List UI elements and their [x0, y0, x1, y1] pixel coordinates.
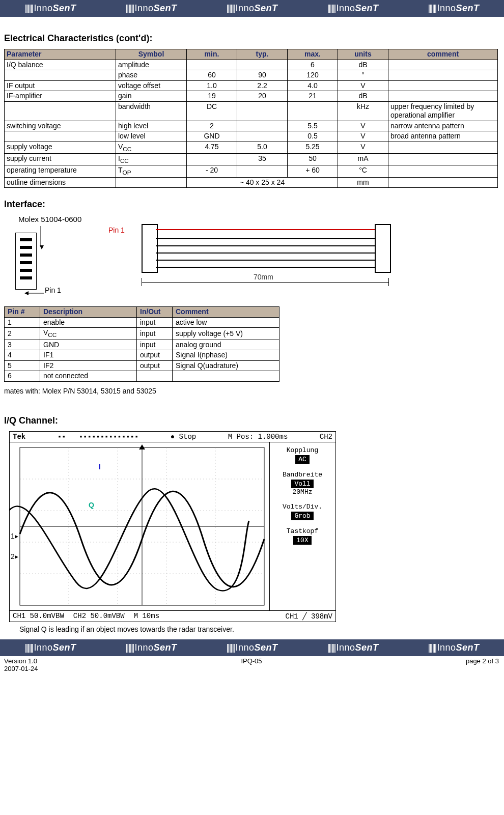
scope-bot-m: M 10ms: [134, 612, 159, 621]
header-banner: ||||||InnoSenT ||||||InnoSenT ||||||Inno…: [0, 0, 504, 17]
table-row: IF-amplifiergain192021dB: [5, 91, 498, 102]
table-row: 5IF2outputSignal Q(uadrature): [5, 360, 279, 371]
trace-label-i: I: [99, 463, 101, 471]
svg-marker-3: [24, 291, 29, 295]
spec-header: units: [338, 49, 388, 60]
table-row: outline dimensions~ 40 x 25 x 24mm: [5, 177, 498, 188]
table-row: 6not connected: [5, 371, 279, 382]
table-row: 3GNDinputanalog ground: [5, 340, 279, 350]
mates-note: mates with: Molex P/N 53014, 53015 and 5…: [4, 387, 499, 395]
scope-caption: Signal Q is leading if an object moves t…: [19, 625, 499, 633]
spec-header: comment: [388, 49, 498, 60]
side-voltsdiv-val: Grob: [291, 512, 313, 520]
scope-run-bar: ▪▪ ▪▪▪▪▪▪▪▪▪▪▪▪▪▪: [58, 433, 139, 441]
scope-bot-ch2: CH2 50.0mVBW: [73, 612, 125, 621]
table-row: operating temperatureTOP- 20+ 60°C: [5, 165, 498, 177]
cable-end-right: [375, 224, 391, 273]
ch1-marker: 1▸: [11, 532, 18, 540]
logo: ||||||InnoSenT: [327, 3, 378, 14]
side-bandbreite: Bandbreite: [270, 471, 335, 479]
footer-banner: ||||||InnoSenT ||||||InnoSenT ||||||Inno…: [0, 639, 504, 656]
cable-length: 70mm: [254, 273, 273, 281]
side-tastkopf-val: 10X: [293, 536, 311, 545]
arrow-icon: [40, 225, 50, 250]
svg-marker-15: [139, 444, 145, 449]
logo: ||||||InnoSenT: [327, 642, 378, 653]
arrow-icon: [24, 290, 45, 296]
table-row: bandwidthDCkHzupper frequency limited by…: [5, 101, 498, 121]
logo: ||||||InnoSenT: [428, 3, 479, 14]
table-row: low levelGND0.5Vbroad antenna pattern: [5, 131, 498, 142]
scope-ch: CH2: [320, 433, 332, 441]
pin1-top-label: Pin 1: [108, 226, 125, 234]
scope-mpos: M Pos: 1.000ms: [228, 433, 288, 441]
trace-label-q: Q: [89, 501, 94, 509]
side-voltsdiv: Volts/Div.: [270, 503, 335, 511]
logo: ||||||InnoSenT: [24, 3, 76, 14]
logo: ||||||InnoSenT: [226, 3, 277, 14]
connector-label: Molex 51004-0600: [18, 215, 81, 223]
table-row: 2VCCinputsupply voltage (+5 V): [5, 328, 279, 340]
table-row: supply currentICC3550mA: [5, 153, 498, 165]
pin-header: Pin #: [5, 307, 40, 318]
ch2-marker: 2▸: [11, 552, 18, 560]
footer-page: page 2 of 3: [466, 657, 499, 665]
spec-header: typ.: [237, 49, 288, 60]
logo: ||||||InnoSenT: [24, 642, 76, 653]
spec-header: min.: [187, 49, 237, 60]
pin-header: Comment: [173, 307, 279, 318]
table-row: 4IF1outputSignal I(nphase): [5, 350, 279, 361]
scope-grid: [10, 442, 269, 610]
logo: ||||||InnoSenT: [226, 642, 277, 653]
table-row: 1enableinputactive low: [5, 317, 279, 328]
table-row: phase6090120°: [5, 70, 498, 81]
footer-product: IPQ-05: [241, 657, 262, 665]
table-row: IF outputvoltage offset1.02.24.0V: [5, 80, 498, 91]
page-footer: Version 1.0 IPQ-05 page 2 of 3 2007-01-2…: [0, 656, 504, 678]
side-kopplung-val: AC: [295, 455, 310, 464]
scope-brand: Tek: [13, 433, 25, 441]
section-electrical: Electrical Characteristics (cont'd):: [4, 33, 499, 44]
spec-header: max.: [288, 49, 338, 60]
spec-header: Symbol: [116, 49, 187, 60]
side-bandbreite-val: Voll: [291, 480, 313, 488]
oscilloscope-screenshot: Tek ▪▪ ▪▪▪▪▪▪▪▪▪▪▪▪▪▪ ● Stop M Pos: 1.00…: [9, 431, 336, 622]
molex-connector: [15, 233, 37, 290]
scope-stop: Stop: [179, 433, 197, 441]
logo: ||||||InnoSenT: [125, 3, 177, 14]
logo: ||||||InnoSenT: [125, 642, 177, 653]
side-kopplung: Kopplung: [270, 446, 335, 454]
interface-diagram: Molex 51004-0600 Pin 1 Pin 1 70mm: [9, 215, 396, 301]
pin-header: Description: [40, 307, 137, 318]
scope-side-panel: Kopplung AC Bandbreite Voll 20MHz Volts/…: [269, 442, 335, 610]
footer-date: 2007-01-24: [4, 665, 499, 672]
table-row: I/Q balanceamplitude6dB: [5, 60, 498, 70]
logo: ||||||InnoSenT: [428, 642, 479, 653]
cable-end-left: [142, 224, 158, 273]
footer-version: Version 1.0: [4, 657, 37, 665]
table-row: supply voltageVCC4.755.05.25V: [5, 142, 498, 153]
pin-table: Pin #DescriptionIn/OutComment 1enableinp…: [4, 306, 279, 381]
section-interface: Interface:: [4, 199, 499, 210]
pin1-bottom-label: Pin 1: [45, 286, 61, 294]
svg-marker-1: [40, 245, 44, 249]
section-iq: I/Q Channel:: [4, 415, 499, 426]
pin-header: In/Out: [137, 307, 173, 318]
scope-bot-trig: CH1 ╱ 398mV: [286, 612, 332, 621]
scope-bot-ch1: CH1 50.0mVBW: [13, 612, 64, 621]
side-tastkopf: Tastkopf: [270, 527, 335, 535]
spec-header: Parameter: [5, 49, 116, 60]
electrical-characteristics-table: ParameterSymbolmin.typ.max.unitscomment …: [4, 49, 498, 188]
table-row: switching voltagehigh level25.5Vnarrow a…: [5, 121, 498, 131]
side-bandbreite-sub: 20MHz: [270, 488, 335, 496]
